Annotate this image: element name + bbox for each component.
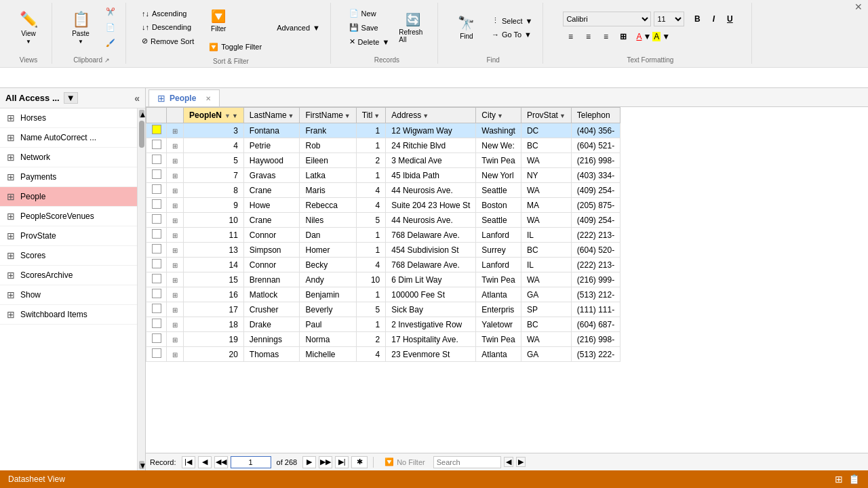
table-cell[interactable]: 768 Delaware Ave. bbox=[386, 258, 476, 272]
table-cell[interactable]: 20 bbox=[184, 347, 244, 362]
find-button[interactable]: 🔭 Find bbox=[449, 7, 484, 48]
table-cell[interactable]: 9 bbox=[184, 198, 244, 213]
table-cell[interactable]: Fontana bbox=[243, 123, 300, 138]
expand-icon[interactable]: ⊞ bbox=[172, 247, 178, 254]
view-button[interactable]: ✏️ View ▼ bbox=[11, 7, 46, 48]
col-header-city[interactable]: City▼ bbox=[476, 108, 521, 123]
table-row[interactable]: ⊞3FontanaFrank112 Wigwam WayWashingtDC(4… bbox=[146, 123, 620, 138]
table-cell[interactable]: Thomas bbox=[243, 347, 300, 362]
table-row[interactable]: ⊞11ConnorDan1768 Delaware Ave.LanfordIL(… bbox=[146, 228, 620, 243]
table-cell[interactable]: 3 Medical Ave bbox=[386, 153, 476, 168]
remove-sort-button[interactable]: ⊘ Remove Sort bbox=[137, 35, 199, 47]
search-nav-right[interactable]: ▶ bbox=[516, 457, 526, 467]
table-row[interactable]: ⊞20ThomasMichelle423 Evenmore StAtlantaG… bbox=[146, 347, 620, 362]
table-cell[interactable]: 4 bbox=[356, 347, 385, 362]
table-cell[interactable]: Beverly bbox=[300, 302, 356, 317]
table-cell[interactable]: 24 Ritchie Blvd bbox=[386, 138, 476, 153]
table-row[interactable]: ⊞16MatlockBenjamin1100000 Fee StAtlantaG… bbox=[146, 287, 620, 302]
table-cell[interactable]: (513) 222- bbox=[571, 347, 620, 362]
table-cell[interactable]: Norma bbox=[300, 332, 356, 347]
table-cell[interactable]: 10 bbox=[356, 272, 385, 287]
table-cell[interactable]: Twin Pea bbox=[476, 153, 521, 168]
expand-cell[interactable]: ⊞ bbox=[167, 198, 184, 213]
table-cell[interactable]: Surrey bbox=[476, 243, 521, 258]
sidebar-item-payments[interactable]: ⊞ Payments bbox=[0, 167, 137, 187]
table-cell[interactable]: 23 Evenmore St bbox=[386, 347, 476, 362]
row-selector-cell[interactable] bbox=[146, 272, 167, 287]
table-cell[interactable]: GA bbox=[521, 347, 571, 362]
table-cell[interactable]: GA bbox=[521, 287, 571, 302]
table-row[interactable]: ⊞7GravasLatka145 Ibida PathNew YorlNY(40… bbox=[146, 168, 620, 183]
table-row[interactable]: ⊞18DrakePaul12 Investigative RowYaletowr… bbox=[146, 317, 620, 332]
expand-icon[interactable]: ⊞ bbox=[172, 172, 178, 180]
table-cell[interactable]: Petrie bbox=[243, 138, 300, 153]
underline-button[interactable]: U bbox=[722, 12, 737, 26]
save-button[interactable]: 💾 Save bbox=[344, 21, 395, 34]
row-selector-cell[interactable] bbox=[146, 138, 167, 153]
table-cell[interactable]: Matlock bbox=[243, 287, 300, 302]
table-cell[interactable]: 1 bbox=[356, 168, 385, 183]
bold-button[interactable]: B bbox=[690, 12, 705, 26]
table-cell[interactable]: Jennings bbox=[243, 332, 300, 347]
expand-icon[interactable]: ⊞ bbox=[172, 336, 178, 344]
col-header-telephone[interactable]: Telephon bbox=[571, 108, 620, 123]
table-cell[interactable]: Maris bbox=[300, 183, 356, 198]
table-cell[interactable]: 44 Neurosis Ave. bbox=[386, 213, 476, 228]
table-cell[interactable]: 4 bbox=[184, 138, 244, 153]
table-cell[interactable]: Andy bbox=[300, 272, 356, 287]
form-view-icon[interactable]: 📋 bbox=[848, 474, 860, 485]
next-page-button[interactable]: ▶▶ bbox=[319, 456, 332, 468]
table-cell[interactable]: Lanford bbox=[476, 258, 521, 272]
col-header-address[interactable]: Address▼ bbox=[386, 108, 476, 123]
table-cell[interactable]: MA bbox=[521, 198, 571, 213]
table-cell[interactable]: (513) 212- bbox=[571, 287, 620, 302]
table-cell[interactable]: Seattle bbox=[476, 183, 521, 198]
table-cell[interactable]: WA bbox=[521, 272, 571, 287]
table-row[interactable]: ⊞4PetrieRob124 Ritchie BlvdNew We:BC(604… bbox=[146, 138, 620, 153]
table-cell[interactable]: 454 Subdivision St bbox=[386, 243, 476, 258]
table-cell[interactable]: WA bbox=[521, 183, 571, 198]
table-cell[interactable]: WA bbox=[521, 213, 571, 228]
next-record-button[interactable]: ▶ bbox=[302, 456, 316, 468]
table-row[interactable]: ⊞14ConnorBecky4768 Delaware Ave.LanfordI… bbox=[146, 258, 620, 272]
tab-close-button[interactable]: ✕ bbox=[205, 95, 211, 102]
table-cell[interactable]: Enterpris bbox=[476, 302, 521, 317]
sidebar-item-horses[interactable]: ⊞ Horses bbox=[0, 108, 137, 128]
sidebar-item-people[interactable]: ⊞ People bbox=[0, 187, 137, 207]
sidebar-scrollbar[interactable]: ▲ ▼ bbox=[137, 108, 145, 470]
col-header-provstat[interactable]: ProvStat▼ bbox=[521, 108, 571, 123]
table-cell[interactable]: New Yorl bbox=[476, 168, 521, 183]
table-cell[interactable]: 1 bbox=[356, 317, 385, 332]
table-cell[interactable]: 44 Neurosis Ave. bbox=[386, 183, 476, 198]
table-cell[interactable]: Paul bbox=[300, 317, 356, 332]
align-left-button[interactable]: ≡ bbox=[563, 29, 578, 44]
table-cell[interactable]: NY bbox=[521, 168, 571, 183]
expand-cell[interactable]: ⊞ bbox=[167, 258, 184, 272]
sidebar-item-provstate[interactable]: ⊞ ProvState bbox=[0, 226, 137, 246]
table-cell[interactable]: Frank bbox=[300, 123, 356, 138]
table-cell[interactable]: 17 bbox=[184, 302, 244, 317]
table-row[interactable]: ⊞10CraneNiles544 Neurosis Ave.SeattleWA(… bbox=[146, 213, 620, 228]
select-button[interactable]: ⋮ Select ▼ bbox=[487, 14, 537, 27]
table-cell[interactable]: SP bbox=[521, 302, 571, 317]
filter-arrow-provstat[interactable]: ▼ bbox=[559, 113, 566, 119]
table-cell[interactable]: Gravas bbox=[243, 168, 300, 183]
row-selector-cell[interactable] bbox=[146, 123, 167, 138]
toggle-filter-button[interactable]: 🔽 Toggle Filter bbox=[204, 41, 267, 54]
table-cell[interactable]: Michelle bbox=[300, 347, 356, 362]
expand-cell[interactable]: ⊞ bbox=[167, 272, 184, 287]
table-cell[interactable]: 11 bbox=[184, 228, 244, 243]
table-cell[interactable]: (604) 521- bbox=[571, 138, 620, 153]
row-selector-cell[interactable] bbox=[146, 302, 167, 317]
table-cell[interactable]: 2 bbox=[356, 332, 385, 347]
table-row[interactable]: ⊞5HaywoodEileen23 Medical AveTwin PeaWA(… bbox=[146, 153, 620, 168]
table-row[interactable]: ⊞17CrusherBeverly5Sick BayEnterprisSP(11… bbox=[146, 302, 620, 317]
expand-cell[interactable]: ⊞ bbox=[167, 183, 184, 198]
row-selector-cell[interactable] bbox=[146, 183, 167, 198]
table-cell[interactable]: (205) 875- bbox=[571, 198, 620, 213]
row-selector-cell[interactable] bbox=[146, 258, 167, 272]
row-selector-cell[interactable] bbox=[146, 198, 167, 213]
table-cell[interactable]: 8 bbox=[184, 183, 244, 198]
table-cell[interactable]: 13 bbox=[184, 243, 244, 258]
table-cell[interactable]: Atlanta bbox=[476, 287, 521, 302]
